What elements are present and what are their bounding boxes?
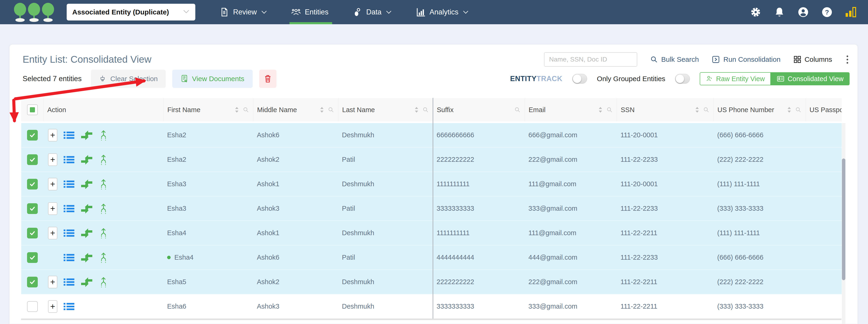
vertical-scrollbar-thumb[interactable]	[842, 159, 845, 280]
nav-item-analytics[interactable]: Analytics	[416, 0, 469, 24]
table-row[interactable]: + Esha3 Ashok3 Patil 3333333333 333@gmai…	[21, 196, 842, 221]
column-search-icon[interactable]	[607, 107, 613, 113]
merge-entities-icon[interactable]	[81, 130, 93, 140]
details-list-icon[interactable]	[64, 253, 74, 262]
nav-item-data[interactable]: Data	[353, 0, 392, 24]
delete-selected-button[interactable]	[259, 70, 276, 88]
table-row[interactable]: + Esha5 Ashok2 Deshmukh 2222222222 222@g…	[21, 270, 842, 294]
row-checkbox[interactable]	[27, 228, 38, 238]
nav-item-entities[interactable]: Entities	[291, 0, 329, 24]
sort-icon[interactable]	[695, 106, 700, 113]
row-checkbox[interactable]	[27, 203, 38, 214]
table-row[interactable]: + Esha6 Ashok3 Deshmukh 3333333333 333@g…	[21, 294, 842, 319]
frozen-column-divider[interactable]	[433, 98, 433, 319]
search-input[interactable]	[545, 53, 637, 66]
row-checkbox[interactable]	[27, 277, 38, 287]
more-options-kebab-icon[interactable]	[845, 54, 849, 65]
split-group-icon[interactable]	[99, 276, 108, 288]
entitytrack-toggle[interactable]	[572, 74, 587, 84]
profile-icon[interactable]	[798, 6, 809, 18]
split-group-icon[interactable]	[99, 154, 108, 165]
row-checkbox[interactable]	[27, 252, 38, 263]
row-checkbox[interactable]	[27, 301, 38, 312]
expand-row-button[interactable]: +	[48, 153, 57, 166]
column-search-icon[interactable]	[423, 107, 429, 113]
columns-button[interactable]: Columns	[794, 56, 832, 63]
column-search-icon[interactable]	[328, 107, 334, 113]
column-header-action[interactable]: Action	[43, 98, 163, 122]
expand-row-button[interactable]: +	[48, 300, 57, 313]
details-list-icon[interactable]	[64, 278, 74, 286]
sort-icon[interactable]	[787, 106, 792, 113]
table-row[interactable]: + Esha4 Ashok6 Patil 4444444444 444@gmai…	[21, 246, 842, 270]
column-header-us-phone[interactable]: US Phone Number	[713, 98, 806, 122]
column-header-ssn[interactable]: SSN	[617, 98, 713, 122]
details-list-icon[interactable]	[64, 180, 74, 188]
help-icon[interactable]: ?	[822, 6, 833, 18]
group-dot-icon	[167, 256, 170, 259]
table-row[interactable]: + Esha4 Ashok1 Deshmukh 1111111111 111@g…	[21, 221, 842, 246]
details-list-icon[interactable]	[64, 204, 74, 213]
details-list-icon[interactable]	[64, 302, 74, 311]
signal-bars-icon[interactable]	[845, 6, 856, 18]
cell-email: 222@gmail.com	[525, 156, 617, 163]
details-list-icon[interactable]	[64, 131, 74, 139]
consolidated-view-button[interactable]: Consolidated View	[771, 72, 849, 85]
column-header-first-name[interactable]: First Name	[163, 98, 253, 122]
clear-selection-button[interactable]: Clear Selection	[91, 70, 165, 88]
merge-entities-icon[interactable]	[81, 253, 93, 262]
nav-item-review[interactable]: Review	[220, 0, 267, 24]
sort-icon[interactable]	[598, 106, 603, 113]
merge-entities-icon[interactable]	[81, 228, 93, 238]
cell-suffix: 2222222222	[433, 278, 525, 286]
sort-icon[interactable]	[319, 106, 324, 113]
cell-email: 333@gmail.com	[525, 302, 617, 310]
merge-entities-icon[interactable]	[81, 277, 93, 287]
column-search-icon[interactable]	[795, 107, 801, 113]
column-header-middle-name[interactable]: Middle Name	[253, 98, 338, 122]
row-checkbox[interactable]	[27, 179, 38, 190]
expand-row-button[interactable]: +	[48, 276, 57, 288]
details-list-icon[interactable]	[64, 229, 74, 237]
column-search-icon[interactable]	[703, 107, 709, 113]
raw-entity-view-button[interactable]: Raw Entity View	[700, 72, 771, 85]
column-search-icon[interactable]	[515, 107, 521, 113]
notifications-bell-icon[interactable]	[774, 6, 785, 18]
consolidated-view-card-icon	[777, 76, 784, 82]
row-checkbox[interactable]	[27, 154, 38, 165]
select-all-checkbox[interactable]	[27, 104, 38, 115]
cell-first-name: Esha4	[174, 254, 193, 261]
column-header-suffix[interactable]: Suffix	[433, 98, 525, 122]
settings-gear-icon[interactable]	[750, 6, 761, 18]
split-group-icon[interactable]	[99, 227, 108, 239]
table-row[interactable]: + Esha2 Ashok2 Patil 2222222222 222@gmai…	[21, 148, 842, 172]
view-documents-button[interactable]: View Documents	[172, 70, 253, 88]
table-row[interactable]: + Esha2 Ashok6 Deshmukh 6666666666 666@g…	[21, 123, 842, 148]
column-header-email[interactable]: Email	[525, 98, 617, 122]
sort-icon[interactable]	[414, 106, 419, 113]
bulk-search-button[interactable]: Bulk Search	[650, 56, 699, 63]
merge-entities-icon[interactable]	[81, 155, 93, 165]
split-group-icon[interactable]	[99, 178, 108, 190]
expand-row-button[interactable]: +	[48, 129, 57, 141]
run-consolidation-button[interactable]: Run Consolidation	[712, 56, 780, 63]
only-grouped-toggle[interactable]	[675, 74, 690, 84]
column-search-icon[interactable]	[243, 107, 249, 113]
sort-icon[interactable]	[235, 106, 239, 113]
details-list-icon[interactable]	[64, 156, 74, 164]
expand-row-button[interactable]: +	[48, 227, 57, 239]
horizontal-scrollbar[interactable]	[21, 319, 841, 320]
merge-entities-icon[interactable]	[81, 204, 93, 214]
split-group-icon[interactable]	[99, 129, 108, 141]
row-checkbox[interactable]	[27, 130, 38, 140]
column-header-us-passport[interactable]: US Passport N	[806, 98, 842, 122]
column-header-last-name[interactable]: Last Name	[338, 98, 433, 122]
expand-row-button[interactable]: +	[48, 178, 57, 190]
split-group-icon[interactable]	[99, 252, 108, 263]
table-row[interactable]: + Esha3 Ashok1 Deshmukh 1111111111 111@g…	[21, 172, 842, 196]
expand-row-button[interactable]: +	[48, 202, 57, 215]
split-group-icon[interactable]	[99, 203, 108, 215]
cell-first-name: Esha3	[167, 205, 186, 212]
merge-entities-icon[interactable]	[81, 179, 93, 189]
workspace-dropdown[interactable]: Associated Entity (Duplicate)	[67, 4, 195, 21]
